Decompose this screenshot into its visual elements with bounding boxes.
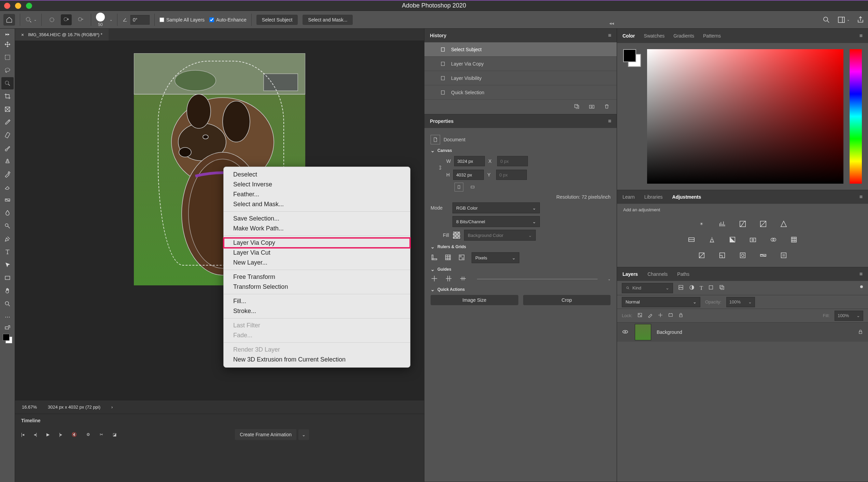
timeline-play-icon[interactable]: ▶: [46, 432, 50, 437]
color-tab-color[interactable]: Color: [622, 33, 635, 39]
lock-transparency-icon[interactable]: [637, 312, 643, 319]
timeline-first-frame-icon[interactable]: |◂: [21, 432, 24, 437]
image-size-button[interactable]: Image Size: [431, 295, 518, 305]
zoom-tool[interactable]: [1, 298, 14, 310]
timeline-settings-icon[interactable]: ⚙: [86, 432, 90, 437]
blur-tool[interactable]: [1, 207, 14, 219]
context-menu-item[interactable]: Free Transform: [224, 272, 410, 282]
auto-enhance-checkbox[interactable]: Auto-Enhance: [209, 17, 247, 23]
timeline-split-icon[interactable]: ✂: [100, 432, 103, 437]
fill-opacity-input[interactable]: 100%⌄: [835, 311, 863, 321]
eraser-tool[interactable]: [1, 181, 14, 193]
layer-visibility-icon[interactable]: [622, 328, 629, 336]
lock-all-icon[interactable]: [678, 312, 684, 319]
dodge-tool[interactable]: [1, 220, 14, 232]
link-dimensions-icon[interactable]: [437, 163, 443, 173]
layers-panel-menu-icon[interactable]: ≡: [859, 271, 863, 277]
properties-panel-menu-icon[interactable]: ≡: [608, 118, 611, 124]
color-balance-icon[interactable]: [706, 234, 718, 245]
selective-color-icon[interactable]: [778, 250, 790, 261]
quick-actions-section-header[interactable]: Quick Actions: [431, 287, 611, 292]
rectangle-tool[interactable]: [1, 272, 14, 284]
rulers-section-header[interactable]: Rulers & Grids: [431, 244, 611, 250]
photo-filter-icon[interactable]: [747, 234, 759, 245]
crop-button[interactable]: Crop: [523, 295, 611, 305]
create-frame-animation-button[interactable]: Create Frame Animation: [235, 429, 296, 440]
marquee-tool[interactable]: [1, 51, 14, 63]
vibrance-icon[interactable]: [778, 218, 790, 229]
orientation-portrait-icon[interactable]: [454, 183, 463, 192]
search-icon[interactable]: [822, 16, 830, 24]
foreground-background-swatch[interactable]: [1, 332, 14, 345]
orientation-landscape-icon[interactable]: [468, 183, 477, 192]
hue-slider[interactable]: [850, 49, 862, 184]
window-maximize-button[interactable]: [26, 3, 32, 9]
history-item[interactable]: Quick Selection: [424, 85, 617, 100]
channel-mixer-icon[interactable]: [767, 234, 780, 245]
select-and-mask-button[interactable]: Select and Mask...: [303, 15, 353, 25]
path-selection-tool[interactable]: [1, 259, 14, 271]
timeline-next-frame-icon[interactable]: |▸: [59, 432, 62, 437]
angle-input[interactable]: [130, 15, 150, 25]
history-brush-tool[interactable]: [1, 168, 14, 180]
crop-tool[interactable]: [1, 90, 14, 102]
filter-toggle[interactable]: [860, 285, 863, 291]
hand-tool[interactable]: [1, 285, 14, 297]
frame-tool[interactable]: [1, 103, 14, 115]
filter-adjustment-icon[interactable]: [689, 284, 695, 292]
context-menu-item[interactable]: Fill...: [224, 296, 410, 306]
layer-lock-icon[interactable]: [858, 329, 863, 336]
move-tool[interactable]: [1, 38, 14, 51]
blend-mode-select[interactable]: Normal⌄: [622, 297, 700, 307]
exposure-icon[interactable]: [757, 218, 769, 229]
context-menu-item[interactable]: Save Selection...: [224, 214, 410, 224]
history-panel-menu-icon[interactable]: ≡: [608, 32, 611, 39]
filter-pixel-icon[interactable]: [678, 284, 684, 292]
timeline-mute-icon[interactable]: 🔇: [72, 432, 77, 437]
context-menu-item[interactable]: Feather...: [224, 189, 410, 199]
zoom-level[interactable]: 16.67%: [22, 405, 37, 410]
new-selection-icon[interactable]: [46, 14, 57, 25]
tab-learn[interactable]: Learn: [622, 194, 635, 200]
workspace-switcher[interactable]: ⌄: [837, 16, 850, 24]
close-tab-icon[interactable]: ×: [21, 32, 24, 38]
brush-tool[interactable]: [1, 142, 14, 154]
subtract-selection-icon[interactable]: [75, 14, 86, 25]
x-input[interactable]: [497, 156, 528, 166]
tab-paths[interactable]: Paths: [677, 271, 689, 277]
healing-brush-tool[interactable]: [1, 129, 14, 141]
tab-channels[interactable]: Channels: [647, 271, 668, 277]
clone-stamp-tool[interactable]: [1, 155, 14, 167]
collapse-panels-icon[interactable]: ◂◂: [609, 20, 614, 26]
context-menu-item[interactable]: Deselect: [224, 170, 410, 180]
history-item[interactable]: Select Subject: [424, 42, 617, 57]
timeline-prev-frame-icon[interactable]: ◂|: [34, 432, 37, 437]
posterize-icon[interactable]: [716, 250, 728, 261]
color-tab-swatches[interactable]: Swatches: [644, 33, 665, 39]
brightness-contrast-icon[interactable]: ☀: [696, 218, 708, 229]
color-tab-gradients[interactable]: Gradients: [673, 33, 694, 39]
saturation-brightness-area[interactable]: [647, 49, 843, 184]
fill-swatch[interactable]: [452, 231, 461, 239]
filter-smart-icon[interactable]: [719, 284, 725, 292]
lock-position-icon[interactable]: [658, 312, 663, 319]
brush-dropdown-icon[interactable]: ⌄: [110, 18, 112, 22]
height-input[interactable]: [453, 170, 484, 180]
lock-artboard-icon[interactable]: [668, 312, 673, 319]
context-menu-item[interactable]: New Layer...: [224, 258, 410, 268]
lasso-tool[interactable]: [1, 64, 14, 76]
context-menu-item[interactable]: Stroke...: [224, 306, 410, 316]
document-tab[interactable]: × IMG_3564.HEIC @ 16.7% (RGB/8*) *: [15, 29, 109, 41]
guide-center-icon[interactable]: [431, 275, 438, 283]
color-lookup-icon[interactable]: [788, 234, 800, 245]
collapse-arrows-icon[interactable]: ▸▸: [1, 31, 14, 38]
opacity-input[interactable]: 100%⌄: [726, 297, 755, 307]
tab-adjustments[interactable]: Adjustments: [672, 194, 701, 200]
add-selection-icon[interactable]: [61, 14, 72, 25]
tab-libraries[interactable]: Libraries: [644, 194, 663, 200]
eyedropper-tool[interactable]: [1, 116, 14, 128]
threshold-icon[interactable]: [737, 250, 749, 261]
black-white-icon[interactable]: [726, 234, 739, 245]
context-menu-item[interactable]: Make Work Path...: [224, 224, 410, 233]
filter-shape-icon[interactable]: [708, 284, 714, 292]
